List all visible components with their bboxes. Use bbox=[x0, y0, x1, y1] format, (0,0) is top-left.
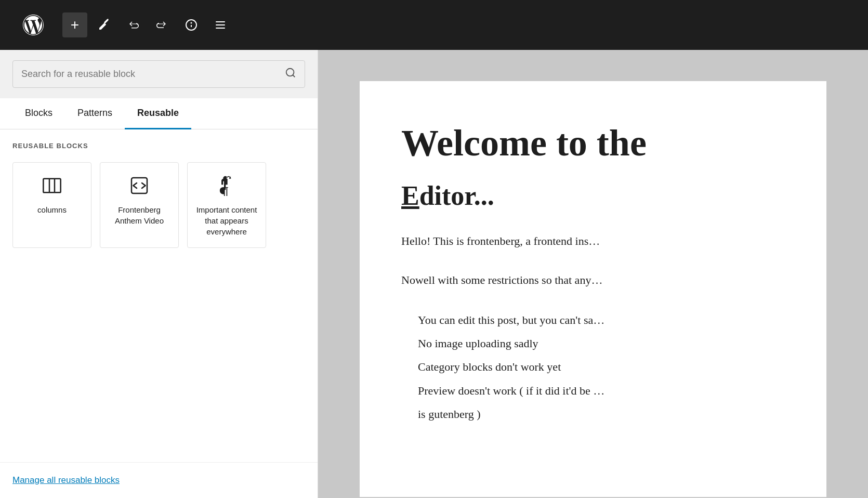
svg-line-7 bbox=[293, 75, 295, 77]
block-item-columns[interactable]: columns bbox=[12, 162, 91, 248]
editor-body-2: Nowell with some restrictions so that an… bbox=[401, 271, 785, 289]
manage-reusable-blocks-link[interactable]: Manage all reusable blocks bbox=[12, 475, 120, 486]
section-label: REUSABLE BLOCKS bbox=[12, 142, 305, 150]
editor-content: Welcome to the Editor... Hello! This is … bbox=[360, 81, 826, 497]
columns-icon bbox=[40, 173, 64, 198]
editor-body-1: Hello! This is frontenberg, a frontend i… bbox=[401, 232, 785, 250]
block-grid: columns Frontenberg Anthem Video bbox=[12, 162, 305, 248]
toolbar: + bbox=[0, 0, 868, 50]
tab-patterns[interactable]: Patterns bbox=[65, 98, 125, 129]
search-box bbox=[12, 60, 305, 88]
svg-rect-3 bbox=[216, 21, 225, 22]
svg-point-6 bbox=[286, 69, 294, 76]
tab-reusable[interactable]: Reusable bbox=[125, 98, 191, 129]
tab-blocks[interactable]: Blocks bbox=[12, 98, 65, 129]
list-item-1: You can edit this post, but you can't sa… bbox=[418, 310, 785, 330]
svg-text:¶: ¶ bbox=[220, 182, 229, 196]
code-icon bbox=[127, 173, 152, 198]
redo-icon bbox=[156, 19, 168, 31]
block-label-important-content: Important content that appears everywher… bbox=[194, 204, 259, 237]
block-label-columns: columns bbox=[37, 204, 67, 215]
inserter-panel: Blocks Patterns Reusable REUSABLE BLOCKS bbox=[0, 50, 318, 498]
editor-subtitle: Editor... bbox=[401, 180, 785, 211]
tabs: Blocks Patterns Reusable bbox=[0, 98, 318, 129]
search-area bbox=[0, 50, 318, 98]
editor-title: Welcome to the bbox=[401, 123, 785, 164]
search-input[interactable] bbox=[21, 69, 280, 80]
search-icon bbox=[285, 67, 296, 81]
undo-icon bbox=[127, 19, 139, 31]
edit-button[interactable] bbox=[91, 12, 116, 37]
list-view-icon bbox=[214, 19, 227, 31]
main-content: Blocks Patterns Reusable REUSABLE BLOCKS bbox=[0, 50, 868, 498]
wp-logo bbox=[8, 0, 58, 50]
block-label-frontenberg-anthem-video: Frontenberg Anthem Video bbox=[107, 204, 172, 226]
edit-icon bbox=[98, 19, 110, 31]
paragraph-icon: ¶ bbox=[214, 173, 239, 198]
info-button[interactable] bbox=[179, 12, 204, 37]
list-item-5: is gutenberg ) bbox=[418, 404, 785, 424]
editor-area[interactable]: Welcome to the Editor... Hello! This is … bbox=[318, 50, 868, 498]
list-view-button[interactable] bbox=[208, 12, 233, 37]
undo-button[interactable] bbox=[121, 12, 146, 37]
block-item-important-content[interactable]: ¶ Important content that appears everywh… bbox=[187, 162, 266, 248]
redo-button[interactable] bbox=[150, 12, 175, 37]
wordpress-icon bbox=[23, 15, 44, 35]
editor-list: You can edit this post, but you can't sa… bbox=[401, 310, 785, 424]
svg-rect-4 bbox=[216, 24, 225, 25]
info-icon bbox=[185, 19, 198, 31]
block-item-frontenberg-anthem-video[interactable]: Frontenberg Anthem Video bbox=[100, 162, 179, 248]
svg-rect-8 bbox=[43, 179, 60, 193]
list-item-3: Category blocks don't work yet bbox=[418, 357, 785, 376]
add-block-button[interactable]: + bbox=[62, 12, 87, 37]
svg-rect-5 bbox=[216, 28, 225, 29]
list-item-4: Preview doesn't work ( if it did it'd be… bbox=[418, 381, 785, 400]
panel-body: REUSABLE BLOCKS columns bbox=[0, 129, 318, 462]
list-item-2: No image uploading sadly bbox=[418, 334, 785, 353]
manage-link-area: Manage all reusable blocks bbox=[0, 462, 318, 498]
